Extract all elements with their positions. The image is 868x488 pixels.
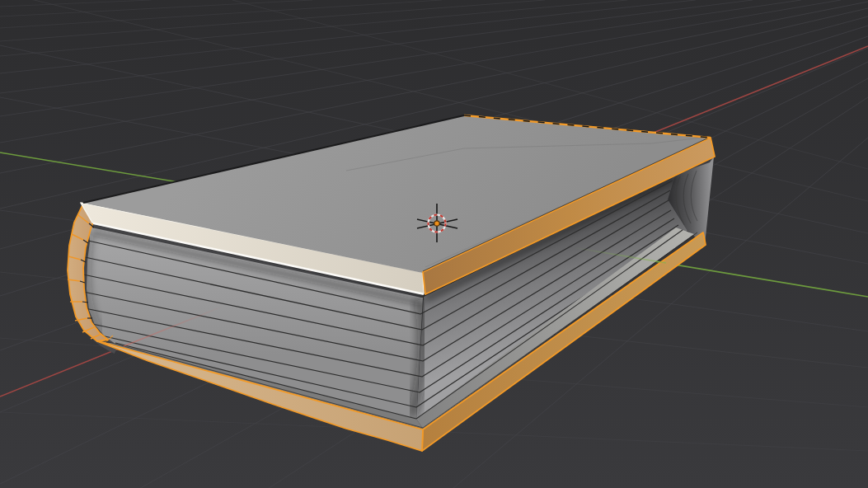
scene-svg [0,0,868,488]
3d-viewport[interactable] [0,0,868,488]
cursor-center-dot [434,221,439,226]
